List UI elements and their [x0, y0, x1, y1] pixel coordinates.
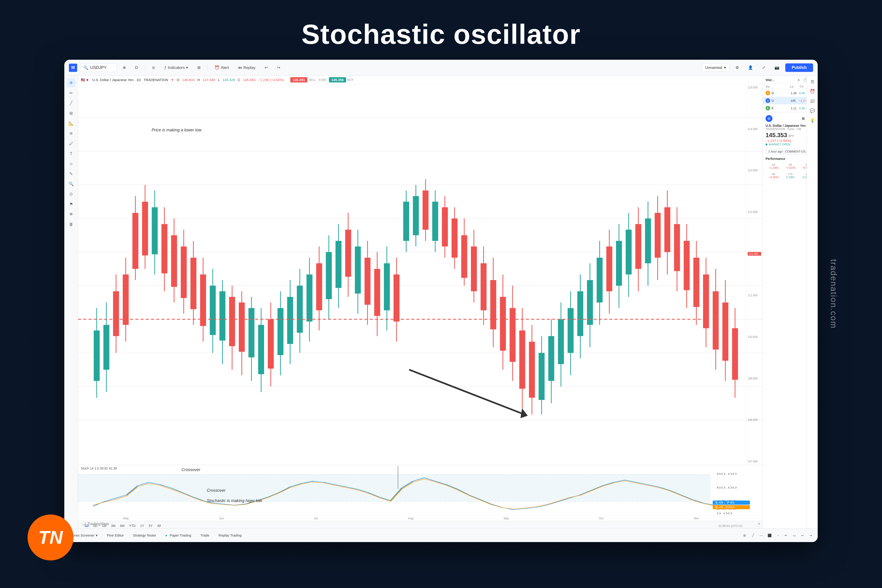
- settings-btn[interactable]: ⚙: [732, 64, 742, 71]
- svg-rect-11: [94, 330, 100, 381]
- brush-tool[interactable]: 🖊: [67, 139, 76, 148]
- watchlist-title-label: Wat...: [765, 78, 774, 82]
- tf-6m[interactable]: 6M: [118, 523, 126, 528]
- pattern-tool[interactable]: ⊞: [67, 109, 76, 118]
- indicators-btn[interactable]: ƒ Indicators ▾: [161, 64, 191, 71]
- svg-rect-91: [480, 263, 486, 310]
- expand-chart-btn[interactable]: »: [758, 521, 760, 526]
- strategy-tester-btn[interactable]: Strategy Tester: [130, 532, 159, 538]
- pine-editor-btn[interactable]: Pine Editor: [104, 532, 126, 538]
- line-tool[interactable]: ╱: [67, 99, 76, 108]
- undo-btn[interactable]: ↩: [261, 64, 271, 71]
- wl-icon-u: U: [765, 98, 770, 103]
- timeframe-btn[interactable]: D: [132, 64, 141, 71]
- unnamed-btn[interactable]: Unnamed ▾: [702, 64, 729, 72]
- page-title: Stochastic oscillator: [0, 0, 882, 64]
- news-icon[interactable]: 📰: [808, 97, 816, 105]
- tf-3m[interactable]: 3M: [109, 523, 117, 528]
- paper-trading-btn[interactable]: ● Paper Trading: [162, 532, 194, 538]
- arrow-tool-btn[interactable]: →: [774, 532, 781, 538]
- fullscreen-btn[interactable]: ⤢: [759, 64, 768, 71]
- pair-full-name: U.S. Dollar / Japanese Yen · 1D · TRADEN…: [92, 78, 168, 82]
- wl-last-u: 145.: [788, 99, 796, 102]
- tf-ytd[interactable]: YTD: [127, 523, 137, 528]
- crosshair-tool-btn[interactable]: ⊞: [741, 532, 748, 538]
- magnet-tool[interactable]: ⊙: [67, 190, 76, 198]
- cursor-tool[interactable]: ✛: [67, 78, 76, 87]
- svg-rect-101: [529, 342, 535, 398]
- undo-bottom-btn[interactable]: ↩: [800, 532, 806, 538]
- ideas-icon[interactable]: 💡: [808, 116, 816, 124]
- chat-icon[interactable]: 💬: [808, 106, 816, 115]
- detail-broker: TRADENATION: [765, 128, 785, 131]
- paper-trading-label: Paper Trading: [170, 533, 191, 537]
- rect-tool-btn[interactable]: ▭: [791, 532, 798, 538]
- svg-rect-137: [703, 274, 709, 328]
- watchlist-icon[interactable]: ☰: [808, 78, 816, 86]
- fibonacci-tool[interactable]: ≋: [67, 129, 76, 138]
- flag-tool[interactable]: ⚑: [67, 200, 76, 208]
- bottom-toolbar: Forex Screener ▾ Pine Editor Strategy Te…: [64, 528, 818, 542]
- detail-type: Forex · Cfd: [788, 128, 801, 131]
- emoji-tool[interactable]: ☺: [67, 159, 76, 168]
- current-price-axis: 111.481: [748, 252, 761, 256]
- publish-button[interactable]: Publish: [785, 63, 813, 72]
- svg-rect-19: [132, 213, 138, 269]
- screenshot-btn[interactable]: 📷: [771, 64, 783, 71]
- tn-logo: TN: [28, 514, 74, 560]
- trash-tool[interactable]: 🗑: [67, 220, 76, 229]
- draw-line-btn[interactable]: ╱: [750, 532, 756, 538]
- measure-tool[interactable]: 📐: [67, 119, 76, 128]
- alert-btn[interactable]: ⏰ Alert: [212, 64, 232, 71]
- tf-5y[interactable]: 5Y: [147, 523, 154, 528]
- sell-badge[interactable]: 145.351: [290, 77, 308, 82]
- symbol-search[interactable]: 🔍 USDJPY: [80, 64, 117, 72]
- wl-icon-g: G: [765, 91, 770, 95]
- replay-btn[interactable]: ⏮ Replay: [235, 64, 259, 71]
- low-label: L: [218, 78, 220, 82]
- pencil-tool[interactable]: ✏: [67, 88, 76, 98]
- svg-text:19.76: 19.76: [714, 501, 735, 504]
- tf-all[interactable]: All: [155, 523, 163, 528]
- svg-rect-83: [442, 207, 448, 246]
- zoom-tool[interactable]: 🔍: [67, 180, 76, 188]
- text-tool[interactable]: T: [67, 149, 76, 158]
- trade-btn[interactable]: Trade: [198, 532, 212, 538]
- main-toolbar: M 🔍 USDJPY ⊕ D ≣ ƒ Indicators ▾ ⊞ ⏰ Aler…: [64, 60, 818, 76]
- paper-trading-dot: ●: [165, 533, 167, 537]
- buy-badge[interactable]: 145.356: [329, 77, 346, 82]
- add-watchlist-btn[interactable]: +: [798, 78, 800, 82]
- replay-trading-btn[interactable]: Replay Trading: [216, 532, 244, 538]
- user-btn[interactable]: 👤: [745, 64, 756, 71]
- redo-bottom-btn[interactable]: ↪: [808, 532, 814, 538]
- chart-type-btn[interactable]: ≣: [148, 64, 158, 71]
- svg-rect-103: [538, 353, 544, 400]
- templates-btn[interactable]: ⊞: [194, 64, 204, 71]
- market-open-label: MARKET OPEN: [769, 142, 790, 146]
- svg-rect-33: [200, 274, 206, 326]
- detail-grid-icon[interactable]: ⊞: [802, 117, 805, 121]
- close-label: C: [238, 78, 240, 82]
- replay-trading-label: Replay Trading: [218, 533, 242, 537]
- time-axis: May Jun Jul Aug Sep Oct Nov: [78, 515, 763, 521]
- svg-rect-29: [181, 246, 187, 298]
- redo-btn[interactable]: ↪: [274, 64, 284, 71]
- svg-rect-47: [268, 319, 274, 369]
- wl-name-u: U: [771, 99, 788, 102]
- hline-btn[interactable]: —: [758, 532, 764, 538]
- highlight-tool[interactable]: ✎: [67, 170, 76, 178]
- alerts-icon[interactable]: ⏰: [808, 87, 816, 96]
- replay-icon: ⏮: [238, 66, 242, 70]
- add-symbol-btn[interactable]: ⊕: [119, 64, 129, 71]
- channel-btn[interactable]: ⬛: [766, 532, 772, 538]
- svg-rect-87: [461, 235, 467, 278]
- tn-logo-text: TN: [38, 527, 63, 548]
- eye-tool[interactable]: 👁: [67, 210, 76, 219]
- svg-rect-113: [587, 280, 593, 325]
- brush-tool-btn[interactable]: ✏: [783, 532, 789, 538]
- svg-rect-55: [306, 274, 312, 322]
- svg-rect-49: [278, 308, 284, 355]
- svg-rect-127: [655, 213, 661, 258]
- tf-1y[interactable]: 1Y: [138, 523, 146, 528]
- platform-logo[interactable]: M: [69, 64, 77, 72]
